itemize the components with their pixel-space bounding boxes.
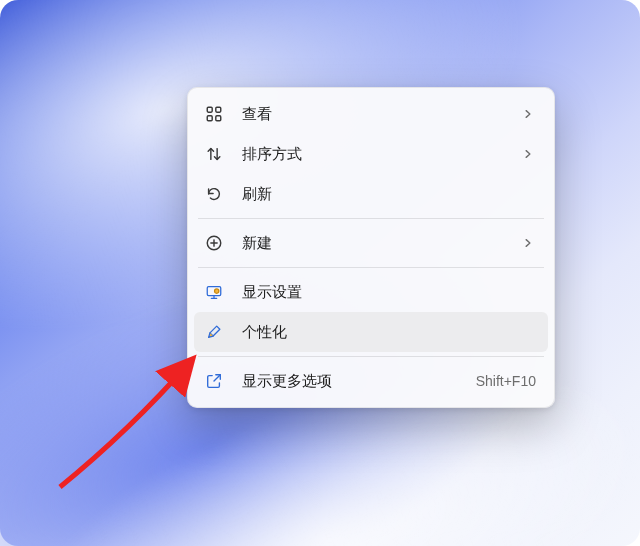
menu-item-shortcut: Shift+F10 [476, 373, 536, 389]
menu-item-label: 显示更多选项 [242, 372, 476, 391]
menu-item-label: 显示设置 [242, 283, 536, 302]
menu-item-label: 个性化 [242, 323, 536, 342]
svg-rect-3 [216, 116, 221, 121]
desktop-context-menu: 查看 排序方式 [187, 87, 555, 408]
chevron-right-icon [520, 146, 536, 162]
svg-rect-2 [207, 116, 212, 121]
chevron-right-icon [520, 106, 536, 122]
menu-item-personalize[interactable]: 个性化 [194, 312, 548, 352]
menu-item-new[interactable]: 新建 [194, 223, 548, 263]
menu-item-sort[interactable]: 排序方式 [194, 134, 548, 174]
menu-separator [198, 218, 544, 219]
menu-item-label: 排序方式 [242, 145, 520, 164]
display-settings-icon [204, 282, 224, 302]
grid-icon [204, 104, 224, 124]
menu-item-refresh[interactable]: 刷新 [194, 174, 548, 214]
desktop-wallpaper: 查看 排序方式 [0, 0, 640, 546]
menu-item-label: 查看 [242, 105, 520, 124]
refresh-icon [204, 184, 224, 204]
menu-item-more-options[interactable]: 显示更多选项 Shift+F10 [194, 361, 548, 401]
menu-item-view[interactable]: 查看 [194, 94, 548, 134]
svg-line-13 [214, 375, 220, 381]
svg-rect-0 [207, 107, 212, 112]
sort-icon [204, 144, 224, 164]
menu-item-label: 新建 [242, 234, 520, 253]
paintbrush-icon [204, 322, 224, 342]
svg-rect-1 [216, 107, 221, 112]
menu-separator [198, 267, 544, 268]
menu-item-label: 刷新 [242, 185, 536, 204]
menu-item-display-settings[interactable]: 显示设置 [194, 272, 548, 312]
plus-circle-icon [204, 233, 224, 253]
svg-point-12 [215, 289, 219, 293]
menu-separator [198, 356, 544, 357]
chevron-right-icon [520, 235, 536, 251]
open-window-icon [204, 371, 224, 391]
